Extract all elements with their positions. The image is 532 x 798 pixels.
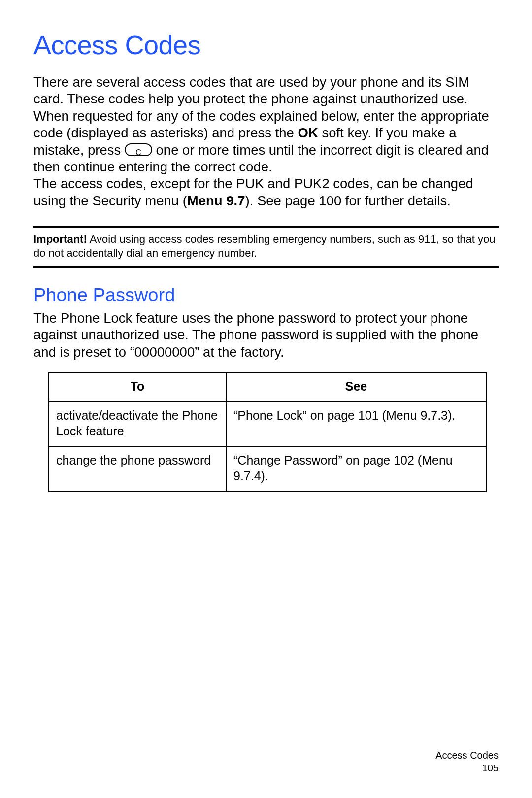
c-key-icon [125,143,152,156]
intro-paragraph-2: When requested for any of the codes expl… [33,108,499,176]
text: “Phone Lock” on page 101 ( [233,408,386,422]
footer-page-number: 105 [435,762,499,774]
note-label: Important! [33,233,87,245]
page-title: Access Codes [33,30,499,60]
cell-see: “Change Password” on page 102 (Menu 9.7.… [226,447,486,492]
reference-table: To See activate/deactivate the Phone Loc… [48,372,487,492]
intro-paragraph-3: The access codes, except for the PUK and… [33,175,499,209]
intro-paragraph-1: There are several access codes that are … [33,74,499,108]
cell-see: “Phone Lock” on page 101 (Menu 9.7.3). [226,402,486,447]
table-header-row: To See [49,373,486,402]
text: ). [261,469,268,483]
table-row: change the phone password “Change Passwo… [49,447,486,492]
phone-password-body: The Phone Lock feature uses the phone pa… [33,310,499,361]
footer-section-name: Access Codes [435,749,499,762]
menu-ref: Menu 9.7.3 [386,408,448,422]
section-heading-phone-password: Phone Password [33,285,499,306]
ok-softkey-label: OK [298,125,318,140]
note-text: Avoid using access codes resembling emer… [33,233,495,259]
cell-to: change the phone password [49,447,226,492]
important-note: Important! Avoid using access codes rese… [33,226,499,268]
header-to: To [49,373,226,402]
text: ). [448,408,455,422]
text: “Change Password” on page 102 ( [233,453,422,467]
menu-ref: Menu 9.7 [187,193,245,208]
cell-to: activate/deactivate the Phone Lock featu… [49,402,226,447]
table-row: activate/deactivate the Phone Lock featu… [49,402,486,447]
header-see: See [226,373,486,402]
text: ). See page 100 for further details. [245,193,451,208]
page-footer: Access Codes 105 [435,749,499,774]
